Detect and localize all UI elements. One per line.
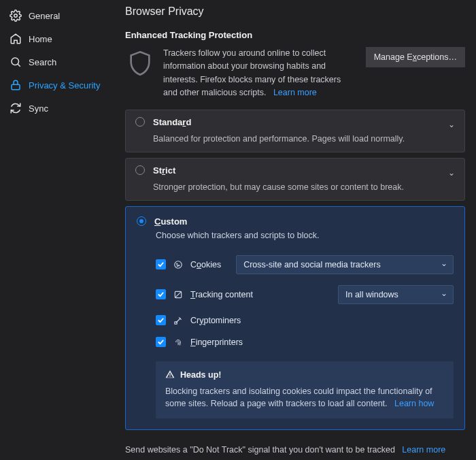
chevron-down-icon: ⌄	[448, 120, 455, 129]
cookies-select[interactable]: Cross-site and social media trackers	[236, 255, 454, 274]
custom-row-tracking: Tracking content In all windows	[137, 280, 454, 310]
settings-sidebar: General Home Search Privacy & Security S…	[0, 0, 121, 460]
custom-row-cookies: Cookies Cross-site and social media trac…	[137, 250, 454, 280]
etp-option-strict[interactable]: Strict ⌄ Stronger protection, but may ca…	[125, 158, 465, 201]
warning-icon	[165, 369, 175, 381]
tracking-icon	[173, 289, 184, 300]
svg-point-6	[179, 265, 180, 265]
svg-point-7	[177, 265, 177, 266]
radio-strict[interactable]	[135, 165, 145, 175]
etp-learn-more-link[interactable]: Learn more	[273, 88, 317, 97]
fingerprinters-label: Fingerprinters	[190, 338, 243, 347]
manage-exceptions-button[interactable]: Manage Exceptions…	[366, 47, 465, 67]
heads-up-title: Heads up!	[180, 370, 221, 380]
sidebar-item-label: Privacy & Security	[29, 80, 100, 91]
shield-icon	[125, 48, 155, 78]
checkbox-cryptominers[interactable]	[156, 315, 166, 325]
option-sub-standard: Balanced for protection and performance.…	[126, 134, 464, 152]
etp-option-standard[interactable]: Standard ⌄ Balanced for protection and p…	[125, 110, 465, 152]
page-title: Browser Privacy	[125, 5, 465, 18]
heads-up-body: Blocking trackers and isolating cookies …	[165, 385, 444, 411]
sidebar-item-general[interactable]: General	[0, 4, 121, 27]
home-icon	[10, 33, 22, 45]
custom-row-fingerprinters: Fingerprinters	[137, 331, 454, 353]
option-title-standard: Standard	[153, 117, 191, 127]
checkbox-cookies[interactable]	[156, 259, 166, 269]
etp-description: Trackers follow you around online to col…	[163, 47, 355, 100]
sidebar-item-label: Home	[29, 34, 52, 44]
svg-line-9	[175, 291, 181, 297]
option-title-strict: Strict	[153, 165, 175, 176]
sync-icon	[10, 102, 22, 114]
fingerprint-icon	[173, 337, 184, 348]
chevron-down-icon: ⌄	[448, 168, 455, 178]
cryptominers-label: Cryptominers	[190, 316, 241, 325]
cookies-label: Cookies	[190, 260, 221, 269]
cryptominer-icon	[173, 315, 184, 326]
sidebar-item-label: Sync	[29, 103, 48, 114]
lock-icon	[10, 79, 22, 91]
radio-standard[interactable]	[135, 117, 145, 127]
search-icon	[10, 56, 22, 68]
learn-how-link[interactable]: Learn how	[394, 399, 434, 408]
option-sub-strict: Stronger protection, but may cause some …	[126, 182, 464, 200]
svg-rect-3	[12, 84, 20, 90]
dnt-learn-more-link[interactable]: Learn more	[402, 445, 445, 455]
etp-section-title: Enhanced Tracking Protection	[125, 30, 465, 40]
heads-up-notice: Heads up! Blocking trackers and isolatin…	[156, 361, 454, 419]
checkbox-fingerprinters[interactable]	[156, 337, 166, 347]
checkbox-tracking[interactable]	[156, 289, 166, 299]
sidebar-item-label: Search	[29, 57, 56, 67]
option-sub-custom: Choose which trackers and scripts to blo…	[137, 231, 454, 250]
custom-row-cryptominers: Cryptominers	[137, 310, 454, 331]
do-not-track-section: Send websites a "Do Not Track" signal th…	[125, 445, 465, 460]
svg-point-0	[14, 14, 18, 18]
sidebar-item-label: General	[29, 11, 60, 21]
etp-option-custom: Custom Choose which trackers and scripts…	[125, 206, 465, 431]
sidebar-item-search[interactable]: Search	[0, 50, 121, 73]
option-title-custom: Custom	[154, 216, 187, 227]
svg-point-1	[12, 58, 19, 65]
sidebar-item-privacy-security[interactable]: Privacy & Security	[0, 73, 121, 97]
cookie-icon	[173, 259, 184, 270]
svg-point-4	[175, 261, 182, 268]
gear-icon	[10, 10, 22, 22]
main-panel: Browser Privacy Enhanced Tracking Protec…	[121, 0, 476, 460]
tracking-select[interactable]: In all windows	[338, 285, 454, 304]
dnt-description: Send websites a "Do Not Track" signal th…	[125, 445, 465, 455]
sidebar-item-sync[interactable]: Sync	[0, 97, 121, 120]
svg-point-5	[177, 263, 177, 264]
tracking-label: Tracking content	[190, 290, 253, 299]
radio-custom[interactable]	[137, 216, 146, 226]
sidebar-item-home[interactable]: Home	[0, 27, 121, 50]
svg-line-2	[18, 64, 20, 67]
